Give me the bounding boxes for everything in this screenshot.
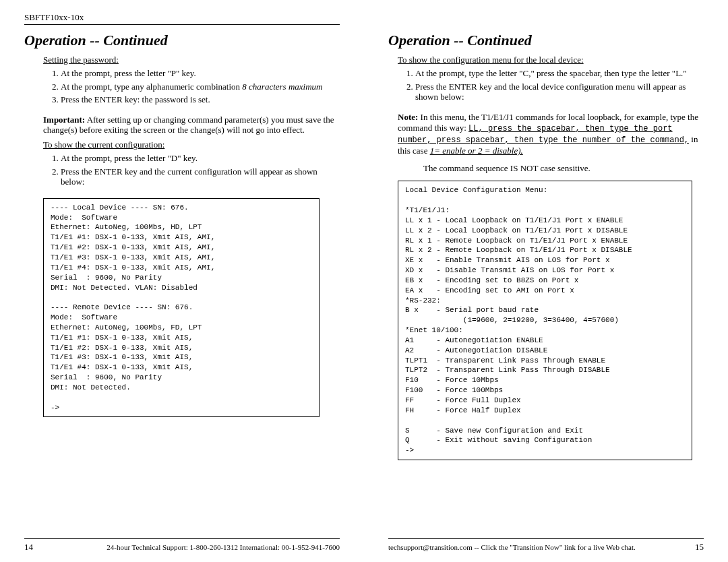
footer-right: techsupport@transition.com -- Click the …: [388, 538, 704, 553]
list-item: At the prompt, press the letter "D" key.: [61, 153, 340, 164]
heading-setting-password: Setting the password:: [43, 55, 340, 65]
list-item: Press the ENTER key: the password is set…: [61, 94, 340, 105]
page-number-right: 15: [695, 542, 704, 553]
list-item: At the prompt, type the letter "C," pres…: [415, 68, 704, 79]
page-header-model: SBFTF10xx-10x: [24, 12, 340, 25]
important-label: Important:: [43, 115, 85, 125]
list-item-text: At the prompt, press the letter "P" key.: [61, 68, 196, 78]
list-item-text: At the prompt, type the letter "C," pres…: [415, 68, 687, 78]
section-title-left: Operation -- Continued: [24, 32, 340, 49]
note-enable-disable: 1= enable or 2 = disable).: [430, 146, 523, 156]
note-label: Note:: [398, 112, 418, 122]
heading-show-local-menu: To show the configuration menu for the l…: [398, 55, 704, 65]
list-item-text: Press the ENTER key and the current conf…: [61, 166, 317, 187]
important-paragraph: Important: After setting up or changing …: [43, 115, 340, 135]
section-title-right: Operation -- Continued: [388, 32, 704, 49]
two-page-spread: SBFTF10xx-10x Operation -- Continued Set…: [0, 0, 728, 562]
list-item: At the prompt, press the letter "P" key.: [61, 68, 340, 79]
footer-text-left: 24-hour Technical Support: 1-800-260-131…: [107, 543, 340, 551]
note-block: Note: In this menu, the T1/E1/J1 command…: [398, 112, 704, 157]
heading-show-config: To show the current configuration:: [43, 139, 340, 150]
case-sensitive-note: The command sequence IS NOT case sensiti…: [423, 163, 704, 174]
list-show-local: At the prompt, type the letter "C," pres…: [388, 68, 704, 105]
page-number-left: 14: [24, 542, 33, 553]
important-text: After setting up or changing command par…: [43, 115, 334, 135]
list-set-password: At the prompt, press the letter "P" key.…: [34, 68, 340, 108]
list-item: Press the ENTER key and the current conf…: [61, 166, 340, 187]
page-left: SBFTF10xx-10x Operation -- Continued Set…: [0, 0, 364, 562]
list-show-config: At the prompt, press the letter "D" key.…: [34, 153, 340, 190]
list-item-note: 8 characters maximum: [242, 82, 322, 92]
list-item-text: Press the ENTER key and the local device…: [415, 82, 686, 102]
list-item-text: At the prompt, press the letter "D" key.: [61, 153, 198, 163]
terminal-output-left: ---- Local Device ---- SN: 676. Mode: So…: [43, 198, 320, 418]
list-item-text: At the prompt, type any alphanumeric com…: [61, 82, 242, 92]
footer-text-right: techsupport@transition.com -- Click the …: [388, 543, 636, 551]
list-item: Press the ENTER key and the local device…: [415, 82, 704, 102]
terminal-output-right: Local Device Configuration Menu: *T1/E1/…: [398, 181, 692, 460]
footer-left: 14 24-hour Technical Support: 1-800-260-…: [24, 538, 340, 553]
page-right: . Operation -- Continued To show the con…: [364, 0, 728, 562]
list-item-text: Press the ENTER key: the password is set…: [61, 94, 210, 104]
list-item: At the prompt, type any alphanumeric com…: [61, 82, 340, 92]
